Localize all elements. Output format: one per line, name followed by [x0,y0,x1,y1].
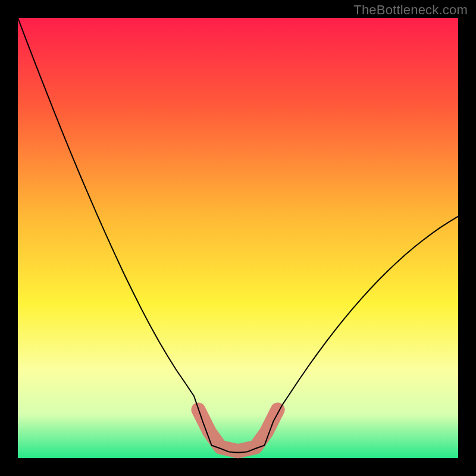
watermark-text: TheBottleneck.com [353,2,468,18]
chart-stage: TheBottleneck.com [0,0,476,476]
plot-background [18,18,458,458]
bottleneck-curve-chart [0,0,476,476]
